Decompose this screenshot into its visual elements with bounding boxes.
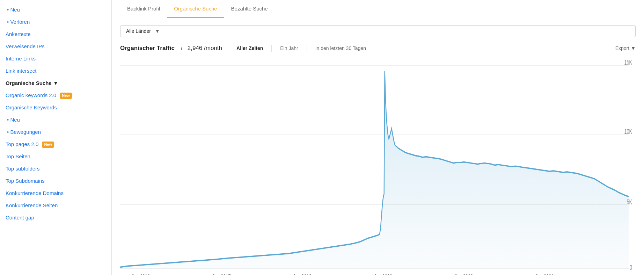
x-label-2019: Jan 2019 [374, 273, 392, 275]
traffic-label: Organischer Traffic [120, 45, 175, 52]
tab-backlink-profil[interactable]: Backlink Profil [120, 0, 167, 18]
export-button[interactable]: Export ▼ [615, 45, 636, 51]
time-btn-all-time[interactable]: Aller Zeiten [234, 44, 266, 52]
sidebar-item-interne-links[interactable]: Interne Links [0, 52, 111, 65]
chevron-down-icon-export: ▼ [631, 45, 636, 51]
chevron-down-icon: ▼ [155, 28, 160, 34]
sidebar-item-top-subfolders[interactable]: Top subfolders [0, 162, 111, 175]
y-label-15k: 15K [624, 58, 632, 66]
x-label-2016: Jan 2016 [132, 273, 150, 275]
sidebar-item-top-subdomains[interactable]: Top Subdomains [0, 175, 111, 187]
sidebar-item-top-pages-2[interactable]: Top pages 2.0 New [0, 138, 111, 150]
traffic-chart: 15K 10K 5K 0 Jan 2016 Jan 2017 Jan 2018 … [120, 55, 636, 275]
sidebar-item-ankertexte[interactable]: Ankertexte [0, 28, 111, 40]
sidebar-item-neu-2[interactable]: Neu [0, 114, 111, 126]
sidebar-item-bewegungen[interactable]: Bewegungen [0, 126, 111, 138]
chart-area: Alle Länder ▼ Organischer Traffic i 2,94… [112, 18, 644, 275]
tab-bezahlte-suche[interactable]: Bezahlte Suche [224, 0, 275, 18]
x-label-2017: Jan 2017 [212, 273, 231, 275]
sidebar-item-verweisende-ips[interactable]: Verweisende IPs [0, 40, 111, 52]
sidebar-item-link-intersect[interactable]: Link intersect [0, 65, 111, 77]
divider [228, 45, 228, 52]
sidebar-item-konkurrierende-domains[interactable]: Konkurrierende Domains [0, 187, 111, 199]
x-label-2018: Jan 2018 [293, 273, 312, 275]
sidebar-item-konkurrierende-seiten[interactable]: Konkurrierende Seiten [0, 199, 111, 211]
chart-svg: 15K 10K 5K 0 Jan 2016 Jan 2017 Jan 2018 … [120, 55, 636, 275]
x-label-2020: Jan 2020 [455, 273, 473, 275]
info-icon[interactable]: i [181, 46, 182, 51]
y-label-10k: 10K [624, 128, 632, 135]
time-btn-30-days[interactable]: In den letzten 30 Tagen [313, 44, 369, 52]
sidebar-item-organische-keywords[interactable]: Organische Keywords [0, 101, 111, 114]
traffic-value: 2,946 /month [188, 45, 222, 52]
y-label-0: 0 [630, 263, 632, 271]
sidebar-item-content-gap[interactable]: Content gap [0, 211, 111, 224]
country-selector[interactable]: Alle Länder ▼ [120, 25, 636, 37]
sidebar-item-neu-1[interactable]: Neu [0, 3, 111, 16]
divider-3 [307, 45, 307, 52]
divider-2 [271, 45, 272, 52]
main-content: Backlink Profil Organische Suche Bezahlt… [112, 0, 644, 275]
sidebar-item-verloren[interactable]: Verloren [0, 16, 111, 28]
traffic-header: Organischer Traffic i 2,946 /month Aller… [120, 44, 636, 52]
sidebar-item-organische-suche-heading: Organische Suche ▼ [0, 77, 111, 89]
badge-new-organic-keywords: New [60, 93, 72, 99]
sidebar-item-organic-keywords-2[interactable]: Organic keywords 2.0 New [0, 89, 111, 101]
sidebar: Neu Verloren Ankertexte Verweisende IPs … [0, 0, 112, 275]
tab-organische-suche[interactable]: Organische Suche [167, 0, 224, 18]
chart-area-fill [120, 71, 629, 269]
badge-new-top-pages: New [42, 142, 54, 147]
tab-bar: Backlink Profil Organische Suche Bezahlt… [112, 0, 644, 18]
sidebar-item-top-seiten[interactable]: Top Seiten [0, 150, 111, 162]
time-btn-one-year[interactable]: Ein Jahr [277, 44, 301, 52]
x-label-2021: Jan 2021 [535, 273, 554, 275]
